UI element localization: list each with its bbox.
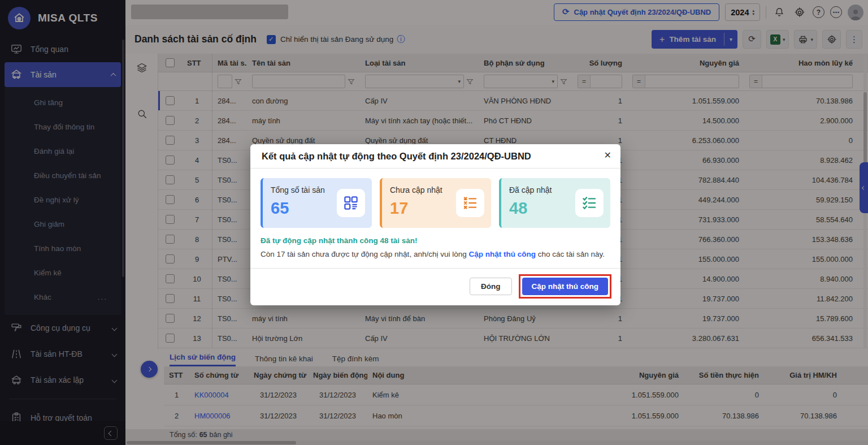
update-result-modal: Kết quả cập nhật tự động theo Quyết định… (250, 144, 620, 305)
grid-icon (337, 189, 365, 217)
annotation-highlight-box: Cập nhật thủ công (519, 274, 612, 299)
close-icon[interactable]: ✕ (604, 150, 611, 161)
modal-title: Kết quả cập nhật tự động theo Quyết định… (262, 151, 609, 162)
x-list-icon (456, 189, 484, 217)
success-message: Đã tự động cập nhật thành công 48 tài sả… (261, 236, 610, 245)
not-updated-card: Chưa cập nhật 17 (380, 178, 491, 228)
close-button[interactable]: Đóng (470, 278, 512, 295)
manual-update-link[interactable]: Cập nhật thủ công (468, 250, 536, 258)
manual-update-button[interactable]: Cập nhật thủ công (522, 278, 609, 295)
check-list-icon (575, 189, 604, 217)
total-assets-card: Tổng số tài sản 65 (261, 178, 372, 228)
note-message: Còn 17 tài sản chưa được tự động cập nhậ… (261, 250, 610, 258)
updated-card: Đã cập nhật 48 (499, 178, 610, 228)
